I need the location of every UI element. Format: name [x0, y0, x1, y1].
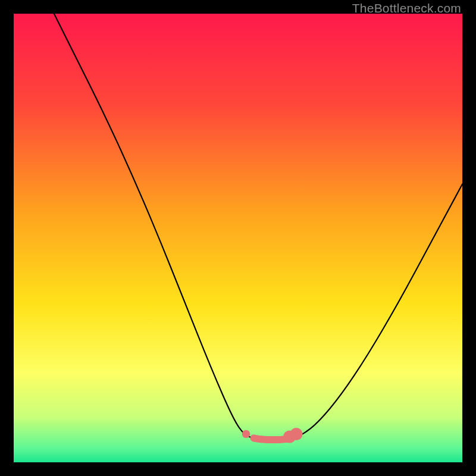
bottleneck-chart	[14, 14, 462, 462]
marker-2	[290, 428, 302, 440]
watermark-label: TheBottleneck.com	[352, 1, 461, 15]
marker-0	[242, 430, 250, 439]
chart-background	[14, 14, 462, 462]
chart-frame	[14, 14, 462, 462]
